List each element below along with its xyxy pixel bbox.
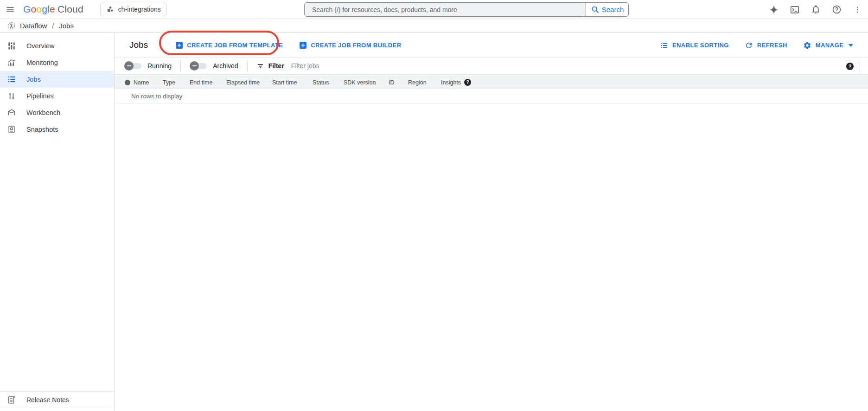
sidebar-item-monitoring[interactable]: Monitoring — [0, 54, 114, 71]
insights-help-icon[interactable]: ? — [464, 79, 471, 86]
enable-sorting-button[interactable]: ENABLE SORTING — [660, 41, 729, 50]
page-title: Jobs — [129, 40, 148, 50]
create-job-from-builder-button[interactable]: CREATE JOB FROM BUILDER — [300, 42, 401, 49]
sidebar-item-overview[interactable]: Overview — [0, 38, 114, 54]
archived-toggle[interactable] — [190, 61, 207, 71]
logo-cloud: Cloud — [57, 4, 83, 15]
sidebar-item-label: Overview — [26, 42, 54, 50]
breadcrumb-page: Jobs — [59, 22, 74, 30]
sidebar-item-jobs[interactable]: Jobs — [0, 71, 114, 88]
help-question-icon[interactable]: ? — [846, 63, 854, 70]
refresh-icon — [745, 41, 753, 50]
filter-jobs-input[interactable] — [291, 62, 430, 70]
sidebar-item-label: Snapshots — [26, 126, 58, 133]
sidebar-item-release-notes[interactable]: Release Notes — [0, 391, 114, 408]
table-header-row: NameTypeEnd timeElapsed timeStart timeSt… — [115, 76, 868, 89]
manage-label: MANAGE — [816, 42, 843, 49]
column-header-label: Type — [163, 79, 175, 86]
project-name: ch-integrations — [118, 6, 161, 13]
release-notes-icon — [7, 395, 16, 405]
sidebar-item-label: Release Notes — [26, 396, 69, 404]
create-job-from-template-button[interactable]: CREATE JOB FROM TEMPLATE — [176, 42, 283, 49]
cloud-shell-icon[interactable] — [789, 4, 801, 16]
snapshots-icon — [7, 125, 16, 134]
refresh-button[interactable]: REFRESH — [745, 41, 787, 50]
running-toggle[interactable] — [124, 61, 141, 71]
filter-chip[interactable]: Filter — [256, 62, 284, 70]
plus-box-icon — [176, 42, 183, 49]
column-header-id[interactable]: ID — [389, 79, 408, 86]
column-header-label: ID — [389, 79, 395, 86]
sidebar-item-label: Jobs — [26, 76, 41, 83]
sidebar-item-label: Pipelines — [26, 92, 54, 100]
sidebar-item-label: Monitoring — [26, 59, 58, 66]
divider — [860, 60, 860, 72]
archived-toggle-label: Archived — [213, 62, 238, 70]
help-icon[interactable] — [830, 4, 842, 16]
overview-icon — [7, 41, 16, 51]
column-header-end-time[interactable]: End time — [190, 79, 226, 86]
sort-list-icon — [660, 41, 668, 50]
status-dot-icon — [125, 80, 130, 85]
column-header-label: End time — [190, 79, 212, 86]
breadcrumb-product[interactable]: Dataflow — [20, 22, 47, 30]
google-cloud-logo[interactable]: Google Cloud — [23, 4, 83, 15]
column-header-status[interactable]: Status — [313, 79, 344, 86]
more-vertical-icon[interactable] — [851, 4, 863, 16]
search-input[interactable] — [305, 3, 586, 16]
column-header-region[interactable]: Region — [408, 79, 441, 86]
create-buttons: CREATE JOB FROM TEMPLATE CREATE JOB FROM… — [176, 42, 401, 49]
column-header-insights[interactable]: Insights? — [441, 79, 471, 86]
global-search: Search — [304, 2, 629, 17]
create-builder-label: CREATE JOB FROM BUILDER — [311, 42, 401, 49]
refresh-label: REFRESH — [757, 42, 787, 49]
sidebar-nav: OverviewMonitoringJobsPipelinesWorkbench… — [0, 33, 115, 411]
create-template-label: CREATE JOB FROM TEMPLATE — [187, 42, 283, 49]
project-selector[interactable]: ch-integrations — [100, 3, 167, 16]
gemini-sparkle-icon[interactable] — [768, 4, 780, 16]
workbench-icon — [7, 108, 16, 117]
breadcrumb-separator: / — [51, 22, 55, 30]
running-toggle-label: Running — [147, 62, 172, 70]
enable-sorting-label: ENABLE SORTING — [672, 42, 729, 49]
column-header-start-time[interactable]: Start time — [272, 79, 313, 86]
column-header-type[interactable]: Type — [163, 79, 190, 86]
column-header-label: Region — [408, 79, 427, 86]
monitoring-icon — [7, 58, 16, 67]
sidebar-item-workbench[interactable]: Workbench — [0, 104, 114, 121]
column-header-elapsed-time[interactable]: Elapsed time — [226, 79, 272, 86]
search-button-label: Search — [602, 6, 624, 13]
jobs-list-icon — [7, 75, 16, 84]
column-header-label: Start time — [272, 79, 297, 86]
notifications-bell-icon[interactable] — [810, 4, 822, 16]
filter-funnel-icon — [256, 62, 264, 70]
header-actions: ENABLE SORTING REFRESH MANAGE — [660, 33, 868, 58]
sidebar-item-snapshots[interactable]: Snapshots — [0, 121, 114, 138]
column-header-sdk-version[interactable]: SDK version — [344, 79, 389, 86]
menu-hamburger-icon[interactable] — [1, 0, 19, 19]
table-empty-row: No rows to display — [115, 89, 868, 103]
column-header-label: Insights — [441, 79, 461, 86]
divider — [180, 60, 181, 71]
chevron-down-icon — [849, 44, 853, 47]
column-header-name[interactable]: Name — [134, 79, 163, 86]
search-icon — [591, 5, 600, 14]
dataflow-icon — [7, 21, 16, 30]
column-header-label: Name — [134, 79, 149, 86]
sidebar-item-label: Workbench — [26, 109, 60, 116]
plus-box-icon — [300, 42, 306, 49]
column-header-label: Status — [313, 79, 329, 86]
search-button[interactable]: Search — [586, 3, 628, 16]
gear-icon — [803, 41, 811, 50]
sidebar-item-pipelines[interactable]: Pipelines — [0, 88, 114, 104]
top-app-bar: Google Cloud ch-integrations Search — [0, 0, 868, 19]
logo-google: Google — [23, 4, 55, 15]
empty-message: No rows to display — [131, 93, 182, 100]
page-header: Jobs CREATE JOB FROM TEMPLATE CREATE JOB… — [115, 33, 868, 58]
filter-label: Filter — [268, 62, 284, 70]
top-right-icons — [768, 0, 863, 19]
manage-button[interactable]: MANAGE — [803, 41, 853, 50]
column-header-label: SDK version — [344, 79, 376, 86]
content-area: OverviewMonitoringJobsPipelinesWorkbench… — [0, 33, 868, 411]
divider — [247, 60, 248, 71]
